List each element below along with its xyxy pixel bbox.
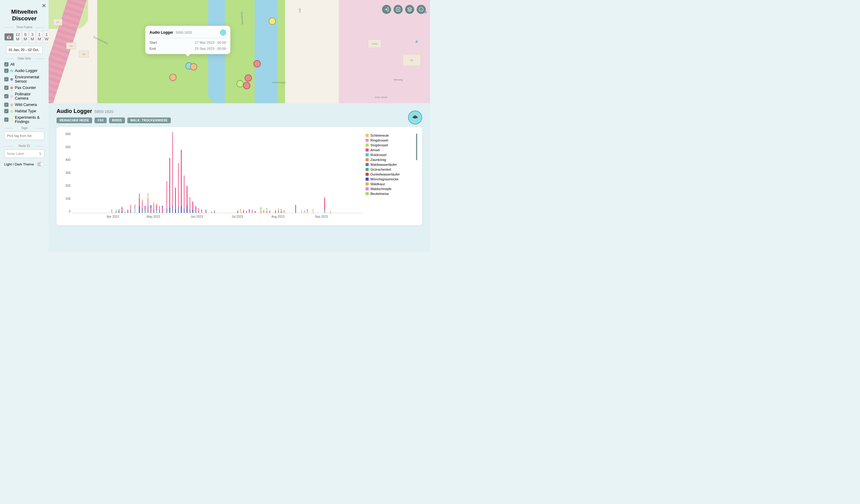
chart-bar[interactable]: [255, 211, 256, 213]
timeframe-1m[interactable]: 1 M: [36, 31, 43, 43]
theme-toggle[interactable]: [37, 162, 44, 166]
layers-icon[interactable]: [405, 5, 414, 14]
checkbox-icon[interactable]: ✓: [4, 94, 9, 98]
legend-item[interactable]: Zaunkönig: [366, 158, 417, 162]
legend-item[interactable]: Rotdrossel: [366, 153, 417, 157]
chart-bar[interactable]: [142, 199, 143, 213]
chart-bar[interactable]: [243, 209, 244, 213]
chart-bar[interactable]: [281, 209, 282, 213]
checkbox-icon[interactable]: ✓: [4, 103, 9, 107]
chart-plot[interactable]: 6005004003002001000 Apr 2023May 2023Jun …: [61, 131, 363, 222]
checkbox-icon[interactable]: ✓: [4, 77, 9, 81]
timeframe-1w[interactable]: 1 W: [43, 31, 48, 43]
checkbox-icon[interactable]: ✓: [4, 118, 9, 122]
timeframe-3m[interactable]: 3 M: [29, 31, 36, 43]
tags-input[interactable]: [4, 132, 44, 140]
legend-item[interactable]: Singdrossel: [366, 143, 417, 147]
chart-bar[interactable]: [246, 211, 247, 213]
legend-item[interactable]: Dunkelwasserläufer: [366, 173, 417, 176]
legend-item[interactable]: Waldwasserläufer: [366, 163, 417, 166]
legend-item[interactable]: Grünschenkel: [366, 167, 417, 171]
legend-item[interactable]: Beutelmeise: [366, 192, 417, 195]
legend-item[interactable]: Mönchsgrasmücke: [366, 177, 417, 181]
legend-item[interactable]: Waldschnepfe: [366, 187, 417, 191]
map-marker-habitat[interactable]: [236, 80, 244, 87]
map-marker-screen[interactable]: [269, 18, 276, 25]
tag-chip[interactable]: WALK: TROCKENWIESE: [127, 118, 171, 123]
chart-bar[interactable]: [198, 208, 199, 213]
chart-bar[interactable]: [275, 210, 276, 213]
tag-chip[interactable]: FS3: [95, 118, 106, 123]
chart-bar[interactable]: [260, 207, 261, 213]
calendar-icon[interactable]: 📅: [4, 33, 14, 41]
map-marker-pax[interactable]: [245, 74, 252, 82]
chart-bar[interactable]: [205, 209, 206, 213]
chart-bar[interactable]: [116, 209, 117, 213]
dataset-item[interactable]: ✓Experiments & Findings: [4, 115, 44, 124]
map-area[interactable]: 57 41 53 244a 49 Dornacherweg Weidenweg …: [48, 0, 430, 103]
dataset-item[interactable]: ✓All: [4, 62, 44, 66]
chart-bar[interactable]: [263, 210, 264, 213]
dataset-item[interactable]: ✓Pollinator Camera: [4, 92, 44, 101]
chart-bar[interactable]: [162, 206, 163, 213]
chart-bar[interactable]: [139, 193, 140, 213]
chart-bar[interactable]: [301, 209, 302, 213]
chart-bar[interactable]: [130, 205, 131, 213]
chart-bar[interactable]: [196, 206, 196, 213]
map-marker-pax[interactable]: [243, 82, 250, 89]
add-note-icon[interactable]: [393, 5, 403, 14]
node-label-select[interactable]: Node Label ⇅: [4, 149, 44, 158]
chart-bar[interactable]: [184, 176, 185, 213]
chart-bar[interactable]: [214, 210, 215, 213]
chart-bar[interactable]: [175, 188, 176, 213]
chart-bar[interactable]: [192, 202, 193, 213]
chart-bar[interactable]: [121, 207, 123, 213]
dataset-item[interactable]: ✓Wild Camera: [4, 103, 44, 107]
legend-item[interactable]: Waldkauz: [366, 182, 417, 186]
chart-bar[interactable]: [211, 212, 212, 213]
chart-bar[interactable]: [125, 211, 126, 213]
legend-item[interactable]: Schleiereule: [366, 134, 417, 137]
chart-bar[interactable]: [187, 186, 187, 213]
chart-bar[interactable]: [269, 211, 270, 213]
chart-bar[interactable]: [181, 150, 182, 213]
legend-item[interactable]: Ringdrossel: [366, 138, 417, 142]
chart-bar[interactable]: [178, 163, 179, 213]
chart-bar[interactable]: [304, 210, 305, 213]
chart-bar[interactable]: [145, 206, 146, 213]
map-marker-wild[interactable]: [169, 74, 176, 81]
chart-bar[interactable]: [159, 206, 160, 213]
info-icon[interactable]: [417, 5, 426, 14]
chart-bar[interactable]: [252, 209, 253, 213]
tag-chip[interactable]: REINACHER HEIDE: [57, 118, 92, 123]
dataset-item[interactable]: ✓Audio Logger: [4, 69, 44, 73]
chart-bar[interactable]: [150, 205, 151, 213]
chart-bar[interactable]: [154, 202, 154, 213]
checkbox-icon[interactable]: ✓: [4, 109, 9, 113]
close-icon[interactable]: ✕: [42, 2, 46, 9]
chart-legend[interactable]: SchleiereuleRingdrosselSingdrosselAmselR…: [366, 131, 417, 210]
legend-scrollbar[interactable]: [416, 134, 417, 160]
chart-bar[interactable]: [172, 132, 173, 213]
chart-bar[interactable]: [324, 198, 325, 213]
tag-chip[interactable]: BIRDS: [109, 118, 125, 123]
chart-bar[interactable]: [169, 158, 170, 213]
dataset-item[interactable]: ✓Environmental Sensor: [4, 75, 44, 84]
chart-bar[interactable]: [284, 210, 285, 213]
chart-bar[interactable]: [278, 208, 279, 213]
chart-bar[interactable]: [134, 205, 135, 213]
checkbox-icon[interactable]: ✓: [4, 69, 9, 73]
chart-bar[interactable]: [127, 209, 128, 213]
chart-bar[interactable]: [190, 197, 190, 213]
timeframe-6m[interactable]: 6 M: [22, 31, 29, 43]
checkbox-icon[interactable]: ✓: [4, 86, 9, 90]
dataset-item[interactable]: ✓Habitat Type: [4, 109, 44, 113]
map-marker-pax[interactable]: [254, 60, 261, 68]
chart-bar[interactable]: [240, 209, 241, 213]
chart-bar[interactable]: [330, 211, 331, 213]
chart-bar[interactable]: [112, 209, 112, 213]
chart-bar[interactable]: [296, 205, 296, 213]
legend-item[interactable]: Amsel: [366, 148, 417, 152]
chart-bar[interactable]: [307, 209, 308, 213]
chart-bar[interactable]: [201, 209, 202, 213]
